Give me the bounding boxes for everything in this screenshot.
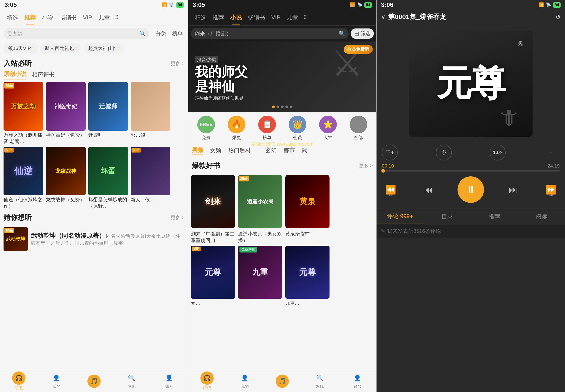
controls-area: ♡+ ⏱ 1.0× ··· 00:10 24:19 xyxy=(376,141,565,209)
book-shenyidubi[interactable]: 神医毒妃（免费） xyxy=(46,82,86,145)
cover-jianlai-mid[interactable] xyxy=(191,175,235,228)
filter-dushi[interactable]: 都市 xyxy=(283,147,295,155)
tab-mid-xiaoshuo[interactable]: 小说 xyxy=(227,10,245,25)
tab-comment[interactable]: 评论 999+ xyxy=(376,209,424,224)
search-btn-left[interactable]: 🔍 xyxy=(139,30,146,37)
cover-shenyidubi xyxy=(46,82,86,131)
speed-btn[interactable]: 1.0× xyxy=(490,145,506,160)
tab-mid-changxiao[interactable]: 畅销书 xyxy=(245,10,268,25)
vip-midyuanzun[interactable]: VIP 元… xyxy=(191,246,235,306)
nav-find-left[interactable]: 🔍 发现 xyxy=(113,373,150,389)
progress-track[interactable] xyxy=(382,170,560,171)
time-left: 3:05 xyxy=(4,1,17,8)
book-wanzuzhidong[interactable]: 精品 万族之劫（刺儿播音 老鹰… xyxy=(3,82,43,145)
tab-mid-ertong[interactable]: 儿童 xyxy=(284,10,301,25)
hot-books-header: 爆款好书 更多 > xyxy=(188,157,376,172)
promo-master[interactable]: 起点大神佳作 › xyxy=(84,43,124,53)
nav-tingba[interactable]: 🎧 听吧 xyxy=(0,371,38,391)
next-btn[interactable]: ⏭ xyxy=(504,181,522,198)
play-icon: ⏸ xyxy=(466,184,476,196)
search-wrap-left[interactable]: 君九龄 🔍 xyxy=(3,28,150,39)
cat-god[interactable]: ⭐ 大神 xyxy=(313,116,343,140)
tab-mid-jingxuan[interactable]: 精选 xyxy=(192,10,209,25)
refresh-btn[interactable]: ↺ xyxy=(555,13,561,21)
tab-ertong[interactable]: 儿童 xyxy=(95,10,113,25)
nav-tingba-mid[interactable]: 🎧 听吧 xyxy=(188,371,226,391)
more-icon[interactable]: ⠿ xyxy=(113,14,121,21)
rewind-btn[interactable]: ⏪ 15 xyxy=(382,181,400,198)
comment-input-row[interactable]: ✎ 我来发表第3516条评论 xyxy=(376,224,565,238)
filter-xuanhuan[interactable]: 玄幻 xyxy=(265,147,277,155)
filter-btn[interactable]: ▤ 筛选 xyxy=(351,28,374,39)
filter-nupin[interactable]: 女频 xyxy=(210,147,221,155)
play-pause-btn[interactable]: ⏸ xyxy=(457,176,484,203)
cover-huangquan-mid[interactable] xyxy=(285,175,330,228)
progress-thumb[interactable] xyxy=(381,169,385,173)
nav-account-mid[interactable]: 👤 账号 xyxy=(339,373,376,389)
book-huaidan[interactable]: 坏蛋是怎样炼成的（原野… xyxy=(88,147,128,209)
nav-tingba-icon: 🎧 xyxy=(12,371,25,385)
cover-xiaonongmin-mid[interactable]: 精品 xyxy=(238,175,282,228)
search-btn-mid[interactable]: 🔍 xyxy=(339,30,345,37)
tab-tuijian[interactable]: 推荐 xyxy=(21,10,39,25)
speed-display: 1.0× xyxy=(490,145,506,160)
filter-hot-topic[interactable]: 热门题材 xyxy=(228,147,251,155)
book-xinren[interactable]: VIP 新人…侠… xyxy=(131,147,170,209)
cat-hot[interactable]: 🔥 爆更 xyxy=(221,116,252,140)
cat-vip-icon: 👑 xyxy=(289,116,306,133)
cat-god-icon: ⭐ xyxy=(319,116,337,133)
title-xiannidi: 仙逆（仙侠巅峰之作） xyxy=(3,197,43,209)
nav-mine-left[interactable]: 👤 我的 xyxy=(38,373,75,389)
must-listen-title: 入站必听 xyxy=(3,59,32,69)
tab-mid-vip[interactable]: VIP xyxy=(268,10,284,25)
cat-free[interactable]: FREE 免费 xyxy=(191,116,221,140)
tab-xiaoshuo[interactable]: 小说 xyxy=(39,10,56,25)
nav-center-mid[interactable]: 🎵 xyxy=(263,375,301,388)
guess-more[interactable]: 更多 > xyxy=(171,214,184,221)
search-wrap-mid[interactable]: 剑来（广播剧） 🔍 xyxy=(191,28,349,39)
prev-btn[interactable]: ⏮ xyxy=(420,181,437,198)
hot-books-more[interactable]: 更多 > xyxy=(359,162,373,169)
dot-5 xyxy=(290,106,292,108)
vip-yuanzun2[interactable]: 九重… xyxy=(285,246,330,306)
tab-vip[interactable]: VIP xyxy=(80,10,95,25)
back-btn[interactable]: ∨ xyxy=(381,13,386,21)
filter-nanpin[interactable]: 男频 xyxy=(192,146,203,155)
tab-mid-tuijian[interactable]: 推荐 xyxy=(209,10,227,25)
subtab-original[interactable]: 原创小说 xyxy=(3,70,27,80)
tab-jingxuan[interactable]: 精选 xyxy=(3,10,21,25)
nav-center-left[interactable]: 🎵 xyxy=(75,375,113,388)
nav-find-mid[interactable]: 🔍 发现 xyxy=(301,373,339,389)
tab-read[interactable]: 阅读 xyxy=(518,209,565,224)
filter-wu[interactable]: 武 xyxy=(302,147,307,155)
subtab-xiangsheng[interactable]: 相声评书 xyxy=(32,71,55,79)
must-listen-more[interactable]: 更多 > xyxy=(171,60,184,67)
favorite-btn[interactable]: ♡+ xyxy=(382,145,398,160)
more-icon-mid[interactable]: ⠿ xyxy=(301,14,309,21)
timer-btn[interactable]: ⏱ xyxy=(436,145,452,160)
nav-mine-icon-mid: 👤 xyxy=(240,373,250,383)
right-header: ∨ 第0001集_蟒雀吞龙 ↺ xyxy=(376,10,565,24)
nav-account-left[interactable]: 👤 账号 xyxy=(151,373,188,389)
recommend-wudong[interactable]: 精品 武动乾坤（同名动漫原著） 同名火热动漫原著!天蚕土豆继《斗破苍穹》之后力作… xyxy=(3,227,184,251)
promo-gift[interactable]: 新人百元礼包 › xyxy=(40,43,81,53)
forward-btn[interactable]: ⏩ 15 xyxy=(542,181,560,198)
book-grid-original: 精品 万族之劫（刺儿播音 老鹰… 神医毒妃（免费） 迁墟师 郭…娘 xyxy=(0,82,188,145)
vip-jiuchong[interactable]: 免费解锁 … xyxy=(238,246,282,306)
cat-all[interactable]: ··· 全部 xyxy=(343,116,374,140)
more-btn[interactable]: ··· xyxy=(544,145,560,160)
tab-changxiao[interactable]: 畅销书 xyxy=(56,10,80,25)
tab-recommend[interactable]: 推荐 xyxy=(471,209,518,224)
book-qianxueshi[interactable]: 迁墟师 xyxy=(88,82,128,145)
promo-vip[interactable]: 领15天VIP › xyxy=(3,43,38,53)
book-xiannidi[interactable]: VIP 仙逆（仙侠巅峰之作） xyxy=(3,147,43,209)
comment-placeholder[interactable]: ✎ 我来发表第3516条评论 xyxy=(381,228,441,235)
tab-catalog[interactable]: 目录 xyxy=(424,209,471,224)
cat-vip[interactable]: 👑 会员 xyxy=(282,116,313,140)
rank-btn[interactable]: 榜单 xyxy=(170,30,184,37)
nav-mine-mid[interactable]: 👤 我的 xyxy=(226,373,263,389)
book-guoniang[interactable]: 郭…娘 xyxy=(131,82,170,145)
classify-btn[interactable]: 分类 xyxy=(154,30,168,37)
cat-rank[interactable]: 📋 榜单 xyxy=(252,116,282,140)
book-longwen[interactable]: 龙纹战神（免费） xyxy=(46,147,86,209)
